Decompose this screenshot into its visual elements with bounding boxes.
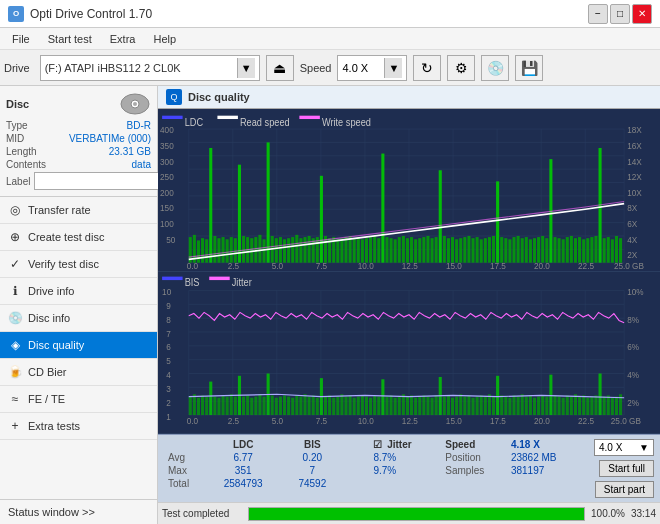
svg-text:22.5: 22.5 (578, 415, 594, 426)
nav-transfer-rate[interactable]: ◎ Transfer rate (0, 197, 157, 224)
svg-text:8: 8 (166, 314, 171, 325)
disc-mid-value: VERBATIMe (000) (69, 133, 151, 144)
svg-text:25.0 GB: 25.0 GB (611, 415, 641, 426)
eject-button[interactable]: ⏏ (266, 55, 294, 81)
nav-create-test-disc[interactable]: ⊕ Create test disc (0, 224, 157, 251)
svg-rect-277 (471, 397, 474, 414)
svg-text:200: 200 (160, 188, 174, 198)
svg-rect-148 (545, 238, 548, 263)
svg-rect-114 (406, 238, 409, 263)
svg-rect-246 (344, 396, 347, 414)
svg-rect-137 (500, 237, 503, 263)
start-full-button[interactable]: Start full (599, 460, 654, 477)
svg-rect-64 (201, 238, 204, 263)
svg-rect-210 (197, 397, 200, 414)
svg-rect-270 (443, 396, 446, 414)
stats-total-ldc: 2584793 (205, 477, 282, 490)
disc-header: Disc (6, 92, 151, 116)
speed-dropdown-btn[interactable]: ▼ (384, 58, 402, 78)
refresh-button[interactable]: ↻ (413, 55, 441, 81)
disc-icon (119, 92, 151, 116)
svg-rect-69 (222, 237, 225, 263)
speed-select-dropdown[interactable]: ▼ (639, 442, 649, 453)
svg-text:50: 50 (166, 234, 175, 244)
svg-rect-80 (267, 142, 270, 262)
menu-help[interactable]: Help (145, 31, 184, 47)
disc-type-field: Type BD-R (6, 120, 151, 131)
svg-rect-100 (349, 236, 352, 263)
svg-rect-108 (381, 154, 384, 263)
disc-quality-header: Q Disc quality (158, 86, 660, 109)
save-button[interactable]: 💾 (515, 55, 543, 81)
svg-rect-228 (271, 395, 274, 415)
disc-info-icon: 💿 (8, 311, 22, 325)
main-layout: Disc Type BD-R MID VERBATIMe (000) Lengt… (0, 86, 660, 524)
nav-fe-te[interactable]: ≈ FE / TE (0, 386, 157, 413)
nav-extra-tests-label: Extra tests (28, 420, 80, 432)
nav-verify-test-disc[interactable]: ✓ Verify test disc (0, 251, 157, 278)
speed-selector[interactable]: 4.0 X ▼ (337, 55, 407, 81)
disc-quality-header-icon: Q (166, 89, 182, 105)
disc-label-input[interactable] (34, 172, 169, 190)
menu-file[interactable]: File (4, 31, 38, 47)
menu-extra[interactable]: Extra (102, 31, 144, 47)
svg-rect-107 (377, 238, 380, 263)
minimize-button[interactable]: − (588, 4, 608, 24)
menu-start-test[interactable]: Start test (40, 31, 100, 47)
svg-rect-67 (213, 236, 216, 263)
svg-rect-304 (582, 395, 585, 415)
burn-button[interactable]: 💿 (481, 55, 509, 81)
svg-rect-218 (230, 394, 233, 415)
start-part-button[interactable]: Start part (595, 481, 654, 498)
svg-rect-241 (324, 396, 327, 414)
drive-label: Drive (4, 62, 30, 74)
close-button[interactable]: ✕ (632, 4, 652, 24)
svg-rect-117 (418, 238, 421, 263)
svg-rect-272 (451, 397, 454, 414)
nav-cd-bier[interactable]: 🍺 CD Bier (0, 359, 157, 386)
status-window-button[interactable]: Status window >> (0, 499, 157, 524)
svg-rect-164 (611, 239, 614, 262)
svg-rect-138 (504, 238, 507, 263)
drive-selector[interactable]: (F:) ATAPI iHBS112 2 CL0K ▼ (40, 55, 260, 81)
disc-type-value: BD-R (127, 120, 151, 131)
stats-header-speed: Speed (441, 438, 507, 451)
svg-rect-250 (361, 395, 364, 415)
nav-drive-info[interactable]: ℹ Drive info (0, 278, 157, 305)
window-controls: − □ ✕ (588, 4, 652, 24)
svg-rect-296 (549, 374, 552, 414)
nav-disc-quality[interactable]: ◈ Disc quality (0, 332, 157, 359)
svg-text:10X: 10X (627, 188, 642, 198)
svg-rect-151 (558, 238, 561, 263)
svg-rect-124 (447, 238, 450, 263)
speed-select[interactable]: 4.0 X ▼ (594, 439, 654, 456)
drive-dropdown-btn[interactable]: ▼ (237, 58, 255, 78)
nav-create-test-disc-label: Create test disc (28, 231, 104, 243)
stats-jitter-check[interactable]: ☑ Jitter (365, 438, 441, 451)
svg-rect-303 (578, 396, 581, 414)
svg-text:Read speed: Read speed (240, 116, 290, 127)
svg-text:BIS: BIS (185, 276, 200, 288)
svg-text:Jitter: Jitter (232, 276, 253, 288)
svg-rect-305 (586, 397, 589, 414)
svg-rect-73 (238, 165, 241, 263)
svg-rect-133 (484, 238, 487, 263)
svg-rect-139 (508, 239, 511, 262)
nav-disc-info[interactable]: 💿 Disc info (0, 305, 157, 332)
svg-rect-278 (476, 396, 479, 414)
svg-text:14X: 14X (627, 156, 642, 166)
maximize-button[interactable]: □ (610, 4, 630, 24)
title-bar: O Opti Drive Control 1.70 − □ ✕ (0, 0, 660, 28)
svg-rect-264 (418, 396, 421, 414)
svg-rect-165 (615, 236, 618, 263)
svg-rect-267 (431, 397, 434, 414)
settings-button[interactable]: ⚙ (447, 55, 475, 81)
verify-test-disc-icon: ✓ (8, 257, 22, 271)
nav-cd-bier-label: CD Bier (28, 366, 67, 378)
svg-rect-233 (291, 397, 294, 414)
top-chart-svg: LDC Read speed Write speed (158, 109, 660, 271)
svg-rect-147 (541, 236, 544, 263)
svg-rect-123 (443, 236, 446, 263)
nav-extra-tests[interactable]: + Extra tests (0, 413, 157, 440)
svg-text:8%: 8% (627, 314, 639, 325)
